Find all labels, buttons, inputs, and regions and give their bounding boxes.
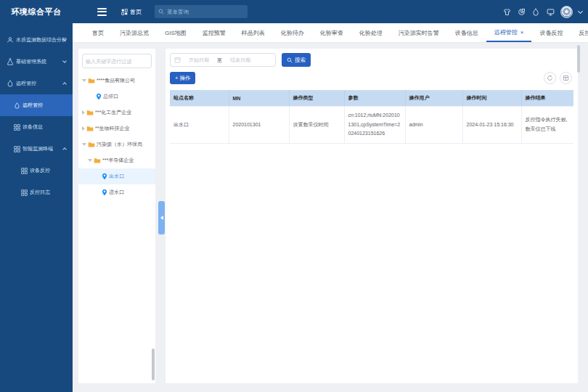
caret-open-icon[interactable] [82, 143, 86, 146]
base-management-icon [7, 58, 14, 65]
cell-op-time: 2024-01-23 15:16:30 [462, 107, 521, 144]
sidebar-item-remote-control-group[interactable]: 远程管控 [0, 73, 73, 94]
sidebar-item-label: 远程管控 [23, 102, 43, 109]
refresh-button[interactable] [544, 72, 556, 84]
table-header-row: 站点名称 MN 操作类型 参数 操作用户 操作时间 操作结果 [170, 90, 573, 107]
grid-icon [21, 189, 28, 196]
tab-label: 污染源总览 [120, 29, 149, 37]
tab-reverse-control-log[interactable]: 反控日志 [571, 23, 588, 42]
tree-node-label: **生物科技企业 [95, 125, 129, 132]
home-grid-icon [121, 9, 128, 15]
operate-button[interactable]: + 操作 [170, 72, 195, 84]
flame-icon[interactable] [531, 7, 540, 16]
monitor-icon[interactable] [546, 7, 555, 16]
tree-node-label: 出水口 [109, 173, 124, 180]
sidebar: 环境综合平台 水质监测数据综合分析 基础管理系统 远程管控 远程管控 [0, 0, 73, 392]
table-tools [544, 72, 572, 84]
app-title: 环境综合平台 [0, 0, 73, 23]
tab-realtime-alarm[interactable]: 污染源实时告警 [391, 23, 447, 42]
tab-device-info[interactable]: 设备信息 [447, 23, 486, 42]
main-scrollbar-thumb[interactable] [577, 45, 580, 73]
folder-icon [88, 142, 95, 147]
tree-node-company-biotech[interactable]: **生物科技企业 [78, 121, 155, 136]
tab-lab-todo[interactable]: 化验待办 [273, 23, 312, 42]
sidebar-item-water-quality-analysis[interactable]: 水质监测数据综合分析 [0, 29, 73, 51]
caret-open-icon[interactable] [88, 159, 92, 162]
sidebar-item-base-management[interactable]: 基础管理系统 [0, 51, 73, 73]
tab-home[interactable]: 首页 [84, 23, 112, 42]
caret-open-icon[interactable] [82, 79, 86, 82]
collapse-tree-handle[interactable] [158, 201, 165, 234]
search-button[interactable]: 搜索 [282, 53, 311, 67]
tab-sample-list[interactable]: 样品列表 [234, 23, 273, 42]
folder-icon [86, 126, 94, 131]
col-op-result: 操作结果 [521, 90, 573, 107]
sidebar-item-reverse-control-log[interactable]: 反控日志 [0, 181, 73, 203]
tab-label: 设备信息 [455, 29, 478, 37]
tree-node-label: 总排口 [103, 93, 118, 100]
topbar: 首页 [73, 0, 588, 23]
search-icon [158, 9, 164, 15]
sidebar-item-device-info[interactable]: 设备信息 [0, 116, 73, 138]
water-quality-icon [7, 36, 14, 44]
col-site-name: 站点名称 [170, 90, 229, 107]
date-range-picker[interactable]: 至 [170, 53, 276, 67]
chevron-down-icon[interactable] [578, 8, 583, 13]
tree-node-epa-water[interactable]: 污染源（水）环保局 [78, 136, 155, 152]
tab-gis-map[interactable]: GIS地图 [157, 23, 195, 42]
menu-search-input[interactable] [167, 9, 244, 15]
cell-op-user: admin [405, 107, 462, 144]
caret-closed-icon[interactable] [82, 110, 85, 115]
site-tree-panel: ****食品有限公司 总排口 ***化工生产企业 **生物科技企业 污染源（水） [78, 49, 155, 383]
tree-node-company-food[interactable]: ****食品有限公司 [78, 73, 155, 89]
tree-node-outlet[interactable]: 出水口 [78, 168, 155, 184]
close-tab-icon[interactable]: × [520, 29, 524, 36]
tab-label: 设备反控 [539, 29, 563, 37]
tab-label: 监控预警 [203, 29, 226, 37]
tree-node-main-outlet[interactable]: 总排口 [78, 89, 155, 105]
user-avatar[interactable] [560, 6, 573, 18]
collapse-arrow-icon [160, 216, 163, 220]
tree-node-company-semiconductor[interactable]: ***半导体企业 [78, 152, 155, 168]
tab-lab-review[interactable]: 化验审查 [312, 23, 351, 42]
sidebar-item-label: 水质监测数据综合分析 [16, 36, 67, 44]
sidebar-item-label: 基础管理系统 [16, 58, 46, 65]
pie-chart-icon[interactable] [517, 7, 526, 16]
tree-node-label: ***化工生产企业 [95, 109, 131, 116]
calendar-icon [174, 57, 181, 63]
tree-filter-input[interactable] [82, 54, 152, 68]
pin-icon [96, 93, 102, 100]
tab-device-reverse-control[interactable]: 设备反控 [531, 23, 571, 42]
tab-pollution-overview[interactable]: 污染源总览 [112, 23, 157, 42]
caret-closed-icon[interactable] [82, 126, 85, 131]
search-button-label: 搜索 [295, 57, 306, 64]
breadcrumb-home[interactable]: 首页 [121, 8, 142, 16]
tabs: 首页 污染源总览 GIS地图 监控预警 样品列表 化验待办 化验审查 化验处理 … [84, 23, 588, 42]
end-date-input[interactable] [224, 57, 256, 62]
start-date-input[interactable] [183, 57, 215, 62]
breadcrumb-home-label: 首页 [130, 8, 142, 16]
tree-node-inlet[interactable]: 进水口 [78, 184, 155, 200]
tab-label: 化验待办 [281, 29, 304, 37]
theme-shirt-icon[interactable] [502, 7, 511, 16]
tab-lab-process[interactable]: 化验处理 [351, 23, 391, 42]
tree-node-label: 进水口 [109, 189, 124, 196]
tab-label: 首页 [92, 29, 104, 37]
tree-node-company-chemical[interactable]: ***化工生产企业 [78, 105, 155, 121]
column-settings-button[interactable] [560, 72, 572, 84]
tree-node-label: 污染源（水）环保局 [97, 141, 142, 148]
chevron-up-icon [62, 147, 67, 152]
column-settings-icon [563, 75, 569, 81]
sidebar-item-remote-control[interactable]: 远程管控 [0, 94, 73, 116]
tab-remote-control[interactable]: 远程管控× [486, 23, 532, 42]
tab-monitor-warning[interactable]: 监控预警 [195, 23, 234, 42]
sidebar-item-device-reverse-control[interactable]: 设备反控 [0, 160, 73, 181]
collapse-sidebar-button[interactable] [97, 8, 107, 16]
sidebar-item-smart-terminal-group[interactable]: 智能监测终端 [0, 138, 73, 160]
content-area: ****食品有限公司 总排口 ***化工生产企业 **生物科技企业 污染源（水） [73, 43, 588, 392]
tab-label: 化验处理 [359, 29, 383, 37]
menu-search-box[interactable] [155, 5, 248, 18]
tree-scrollbar-thumb[interactable] [152, 348, 155, 380]
tab-bar: 首页 污染源总览 GIS地图 监控预警 样品列表 化验待办 化验审查 化验处理 … [73, 23, 588, 43]
main-panel: 至 搜索 + 操作 [166, 49, 578, 383]
